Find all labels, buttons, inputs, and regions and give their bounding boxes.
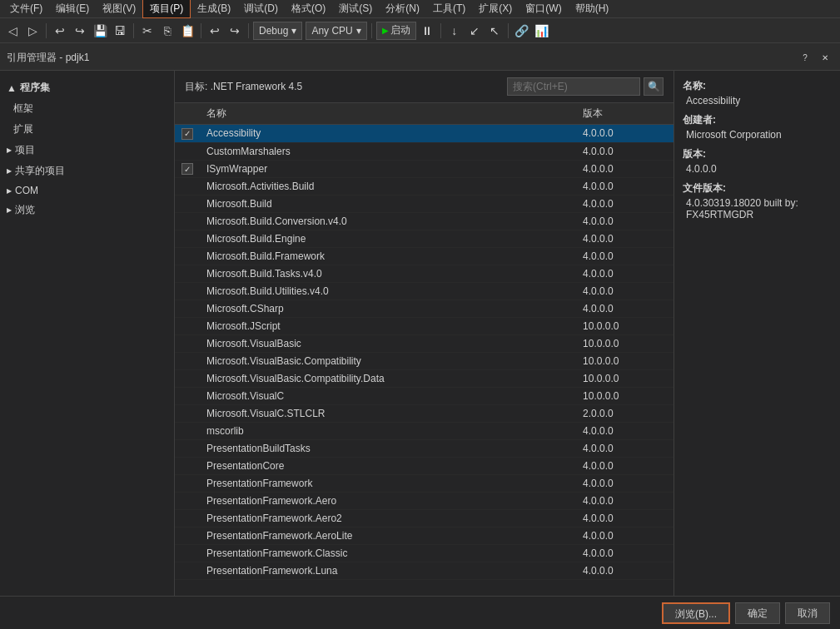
sidebar-item-project[interactable]: ▶ 项目 [0,140,174,161]
row-name: PresentationBuildTasks [200,440,576,458]
row-name: Accessibility [200,125,576,143]
menu-view[interactable]: 视图(V) [96,0,142,17]
table-row[interactable]: ✓Accessibility4.0.0.0 [175,125,673,143]
table-row[interactable]: Microsoft.JScript10.0.0.0 [175,318,673,335]
table-row[interactable]: Microsoft.Activities.Build4.0.0.0 [175,178,673,196]
table-row[interactable]: Microsoft.VisualBasic.Compatibility.Data… [175,370,673,388]
menu-debug[interactable]: 调试(D) [237,0,285,17]
save-all-btn[interactable]: 🖫 [111,22,129,40]
checkbox-checked[interactable]: ✓ [181,128,193,140]
table-row[interactable]: Microsoft.Build.Engine4.0.0.0 [175,230,673,248]
search-input[interactable] [507,77,640,96]
pause-btn[interactable]: ⏸ [418,22,436,40]
copy-btn[interactable]: ⎘ [158,22,176,40]
table-row[interactable]: PresentationBuildTasks4.0.0.0 [175,440,673,458]
help-button[interactable]: ? [797,51,813,66]
col-version[interactable]: 版本 [576,103,673,125]
row-checkbox-cell [175,230,200,248]
row-name: Microsoft.Activities.Build [200,178,576,196]
start-btn[interactable]: ▶ 启动 [376,22,416,40]
dialog-titlebar: 引用管理器 - pdjk1 ? ✕ [0,46,840,71]
menu-help[interactable]: 帮助(H) [569,0,616,17]
menu-project[interactable]: 项目(P) [142,0,191,18]
table-row[interactable]: Microsoft.Build.Conversion.v4.04.0.0.0 [175,213,673,230]
search-button[interactable]: 🔍 [644,77,664,96]
paste-btn[interactable]: 📋 [178,22,196,40]
step-into-btn[interactable]: ↙ [465,22,484,40]
detail-creator-value: Microsoft Corporation [683,129,832,141]
undo-btn[interactable]: ↩ [51,22,69,40]
platform-dropdown[interactable]: Any CPU ▾ [306,22,366,40]
table-row[interactable]: PresentationFramework.Aero24.0.0.0 [175,510,673,527]
table-row[interactable]: Microsoft.Build.Utilities.v4.04.0.0.0 [175,283,673,300]
table-row[interactable]: CustomMarshalers4.0.0.0 [175,142,673,160]
sidebar-item-browse-label: 浏览 [15,203,35,217]
table-row[interactable]: Microsoft.Build.Tasks.v4.04.0.0.0 [175,265,673,283]
sidebar-item-com-label: COM [15,185,38,196]
col-name[interactable]: 名称 [200,103,576,125]
sidebar-item-com[interactable]: ▶ COM [0,181,174,200]
undo2-btn[interactable]: ↩ [206,22,224,40]
table-row[interactable]: PresentationFramework.Classic4.0.0.0 [175,545,673,562]
menu-edit[interactable]: 编辑(E) [49,0,96,17]
sep5 [371,23,372,38]
row-name: Microsoft.Build.Engine [200,230,576,248]
sidebar-item-extensions[interactable]: 扩展 [0,119,174,140]
checkbox-checked[interactable]: ✓ [181,163,193,175]
table-row[interactable]: Microsoft.VisualBasic.Compatibility10.0.… [175,353,673,370]
attach-btn[interactable]: 🔗 [513,22,531,40]
sidebar-item-framework[interactable]: 框架 [0,98,174,119]
diag-btn[interactable]: 📊 [533,22,551,40]
menu-bar: 文件(F) 编辑(E) 视图(V) 项目(P) 生成(B) 调试(D) 格式(O… [0,0,840,18]
menu-window[interactable]: 窗口(W) [519,0,568,17]
detail-version-value: 4.0.0.0 [683,163,832,175]
cancel-button[interactable]: 取消 [785,602,830,624]
row-version: 4.0.0.0 [576,196,673,213]
menu-build[interactable]: 生成(B) [191,0,237,17]
menu-format[interactable]: 格式(O) [285,0,332,17]
sidebar-item-browse[interactable]: ▶ 浏览 [0,200,174,220]
table-row[interactable]: PresentationCore4.0.0.0 [175,458,673,475]
row-checkbox-cell [175,458,200,475]
row-checkbox-cell [175,300,200,318]
table-row[interactable]: Microsoft.VisualC10.0.0.0 [175,388,673,405]
table-row[interactable]: PresentationFramework.AeroLite4.0.0.0 [175,527,673,545]
row-version: 4.0.0.0 [576,510,673,527]
table-row[interactable]: mscorlib4.0.0.0 [175,423,673,440]
back-btn[interactable]: ◁ [3,22,22,40]
row-name: CustomMarshalers [200,142,576,160]
table-row[interactable]: Microsoft.VisualC.STLCLR2.0.0.0 [175,405,673,423]
menu-analyze[interactable]: 分析(N) [379,0,426,17]
menu-test[interactable]: 测试(S) [332,0,379,17]
table-row[interactable]: Microsoft.CSharp4.0.0.0 [175,300,673,318]
redo-btn[interactable]: ↪ [71,22,89,40]
sidebar-item-shared[interactable]: ▶ 共享的项目 [0,161,174,181]
ok-button[interactable]: 确定 [735,602,780,624]
config-dropdown[interactable]: Debug ▾ [253,22,302,40]
save-btn[interactable]: 💾 [91,22,109,40]
row-checkbox-cell [175,178,200,196]
table-row[interactable]: PresentationFramework.Luna4.0.0.0 [175,562,673,580]
table-row[interactable]: PresentationFramework4.0.0.0 [175,475,673,493]
row-checkbox-cell: ✓ [175,160,200,178]
redo2-btn[interactable]: ↪ [226,22,244,40]
table-row[interactable]: Microsoft.Build.Framework4.0.0.0 [175,248,673,265]
menu-tools[interactable]: 工具(T) [426,0,472,17]
table-row[interactable]: ✓ISymWrapper4.0.0.0 [175,160,673,178]
forward-btn[interactable]: ▷ [23,22,42,40]
sep7 [508,23,509,38]
table-row[interactable]: PresentationFramework.Aero4.0.0.0 [175,493,673,510]
browse-button[interactable]: 浏览(B)... [662,602,730,624]
close-button[interactable]: ✕ [817,51,833,66]
step-out-btn[interactable]: ↖ [485,22,504,40]
main-panel: 目标: .NET Framework 4.5 🔍 名称 版本 [175,71,673,596]
step-over-btn[interactable]: ↓ [445,22,464,40]
table-row[interactable]: Microsoft.VisualBasic10.0.0.0 [175,335,673,353]
row-version: 4.0.0.0 [576,527,673,545]
menu-file[interactable]: 文件(F) [3,0,49,17]
menu-extensions[interactable]: 扩展(X) [472,0,519,17]
chevron-right-icon: ▶ [7,146,12,154]
sidebar-section-assemblies[interactable]: ▲ 程序集 [0,77,174,98]
table-row[interactable]: Microsoft.Build4.0.0.0 [175,196,673,213]
cut-btn[interactable]: ✂ [138,22,157,40]
